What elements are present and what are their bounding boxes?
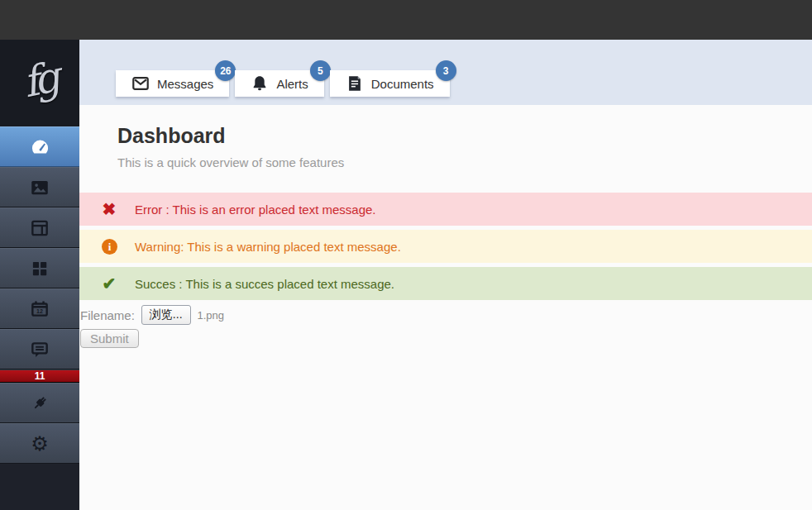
calendar-icon: 12 (29, 298, 50, 320)
app-logo[interactable]: fg (0, 40, 79, 126)
app-window: fg (0, 0, 812, 510)
comment-icon (29, 339, 50, 360)
grid-icon (29, 258, 50, 279)
filename-label: Filename: (80, 308, 135, 322)
submit-button[interactable]: Submit (80, 329, 139, 348)
browse-button[interactable]: 浏览... (141, 305, 191, 325)
warning-info-icon: i (100, 238, 118, 255)
selected-file-name: 1.png (198, 309, 225, 322)
calendar-day-number: 12 (36, 308, 43, 314)
documents-count-badge: 3 (436, 60, 456, 81)
alert-success-text: Succes : This is a succes placed text me… (135, 277, 394, 291)
sidebar-item-settings[interactable]: ⚙ (0, 423, 79, 464)
alert-list: ✖ Error : This is an error placed text m… (79, 193, 812, 304)
gear-icon: ⚙ (31, 434, 49, 454)
alert-warning-text: Warning: This is a warning placed text m… (135, 240, 401, 254)
tab-documents[interactable]: Documents 3 (330, 70, 450, 97)
sidebar-item-images[interactable] (0, 167, 79, 207)
gauge-icon (29, 136, 51, 158)
alert-error: ✖ Error : This is an error placed text m… (79, 193, 812, 226)
sidebar-item-dashboard[interactable] (0, 126, 79, 167)
layout-icon (29, 217, 50, 239)
sidebar-item-comments[interactable] (0, 329, 79, 369)
document-icon (346, 74, 364, 93)
bell-icon (251, 74, 269, 93)
logo-text: fg (18, 53, 60, 107)
sidebar-item-layout[interactable] (0, 207, 79, 248)
sidebar-item-calendar[interactable]: 12 (0, 288, 79, 329)
alert-warning: i Warning: This is a warning placed text… (79, 230, 812, 263)
sidebar-nav: 12 11 (0, 126, 79, 464)
sidebar: fg (0, 40, 79, 510)
upload-form: Filename: 浏览... 1.png Submit (80, 305, 224, 348)
messages-count-badge: 26 (215, 60, 236, 81)
plug-icon (29, 393, 50, 414)
tab-bar: Messages 26 Alerts 5 Documents 3 (116, 70, 450, 97)
page-subtitle: This is a quick overview of some feature… (117, 155, 344, 169)
top-bar (0, 0, 812, 40)
file-input-row: Filename: 浏览... 1.png (80, 305, 224, 325)
sidebar-item-modules[interactable] (0, 248, 79, 288)
success-check-icon: ✔ (100, 275, 118, 292)
alert-error-text: Error : This is an error placed text mes… (135, 203, 376, 217)
envelope-icon (131, 74, 150, 93)
tab-messages[interactable]: Messages 26 (116, 70, 229, 97)
sidebar-notification-badge[interactable]: 11 (0, 369, 79, 383)
error-x-icon: ✖ (100, 201, 118, 217)
page-title: Dashboard (117, 124, 344, 148)
tab-alerts[interactable]: Alerts 5 (235, 70, 323, 97)
tab-alerts-label: Alerts (276, 77, 308, 91)
tab-documents-label: Documents (371, 77, 434, 91)
sidebar-item-plugins[interactable] (0, 383, 79, 423)
alert-success: ✔ Succes : This is a succes placed text … (79, 267, 812, 300)
page-header: Dashboard This is a quick overview of so… (117, 124, 344, 169)
image-icon (29, 177, 50, 198)
alerts-count-badge: 5 (310, 60, 331, 81)
tab-messages-label: Messages (157, 77, 213, 91)
